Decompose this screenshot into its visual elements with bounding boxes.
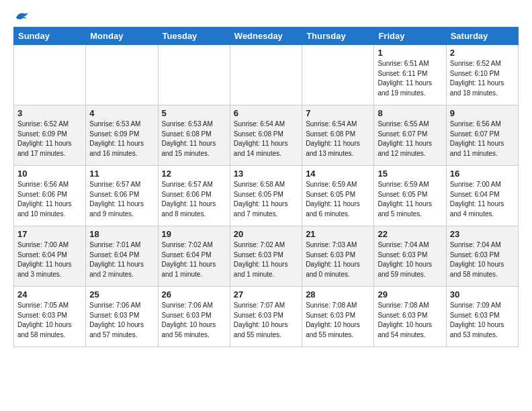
calendar-cell: 25Sunrise: 7:06 AMSunset: 6:03 PMDayligh… [86, 287, 158, 347]
calendar-cell: 30Sunrise: 7:09 AMSunset: 6:03 PMDayligh… [446, 287, 518, 347]
day-number: 4 [89, 108, 154, 118]
calendar-cell [14, 45, 86, 105]
day-number: 30 [450, 289, 515, 300]
day-number: 13 [234, 169, 298, 179]
calendar-cell: 26Sunrise: 7:06 AMSunset: 6:03 PMDayligh… [158, 287, 230, 347]
day-number: 22 [378, 229, 442, 239]
calendar-cell: 3Sunrise: 6:52 AMSunset: 6:09 PMDaylight… [14, 105, 86, 166]
day-number: 11 [89, 169, 154, 179]
weekday-header-monday: Monday [86, 28, 158, 45]
day-info: Sunrise: 7:03 AMSunset: 6:03 PMDaylight:… [306, 240, 370, 279]
day-info: Sunrise: 6:52 AMSunset: 6:10 PMDaylight:… [450, 59, 515, 98]
day-number: 12 [162, 169, 226, 179]
calendar-cell: 29Sunrise: 7:08 AMSunset: 6:03 PMDayligh… [374, 287, 446, 347]
day-number: 7 [306, 108, 370, 118]
day-info: Sunrise: 7:04 AMSunset: 6:03 PMDaylight:… [378, 240, 442, 279]
weekday-header-thursday: Thursday [302, 28, 374, 45]
calendar-cell: 7Sunrise: 6:54 AMSunset: 6:08 PMDaylight… [302, 105, 374, 166]
day-info: Sunrise: 7:01 AMSunset: 6:04 PMDaylight:… [89, 240, 154, 279]
day-number: 15 [378, 169, 442, 179]
day-number: 28 [306, 289, 370, 300]
calendar-cell: 17Sunrise: 7:00 AMSunset: 6:04 PMDayligh… [14, 226, 86, 287]
calendar-cell: 12Sunrise: 6:57 AMSunset: 6:06 PMDayligh… [158, 166, 230, 226]
calendar-cell: 11Sunrise: 6:57 AMSunset: 6:06 PMDayligh… [86, 166, 158, 226]
calendar-cell [158, 45, 230, 105]
day-info: Sunrise: 7:08 AMSunset: 6:03 PMDaylight:… [378, 301, 442, 340]
day-number: 5 [162, 108, 226, 118]
day-number: 20 [234, 229, 298, 239]
day-info: Sunrise: 6:54 AMSunset: 6:08 PMDaylight:… [306, 120, 370, 158]
day-number: 2 [450, 48, 515, 58]
day-number: 19 [162, 229, 226, 239]
day-info: Sunrise: 6:54 AMSunset: 6:08 PMDaylight:… [234, 120, 298, 158]
day-info: Sunrise: 7:02 AMSunset: 6:03 PMDaylight:… [234, 240, 298, 279]
day-info: Sunrise: 6:59 AMSunset: 6:05 PMDaylight:… [378, 180, 442, 219]
weekday-header-friday: Friday [374, 28, 446, 45]
page-header [13, 11, 519, 21]
calendar-cell [230, 45, 302, 105]
calendar-cell: 8Sunrise: 6:55 AMSunset: 6:07 PMDaylight… [374, 105, 446, 166]
logo [13, 11, 30, 21]
day-info: Sunrise: 6:57 AMSunset: 6:06 PMDaylight:… [162, 180, 226, 219]
calendar-cell: 16Sunrise: 7:00 AMSunset: 6:04 PMDayligh… [446, 166, 518, 226]
logo-bird-icon [15, 11, 30, 24]
calendar-cell: 1Sunrise: 6:51 AMSunset: 6:11 PMDaylight… [374, 45, 446, 105]
calendar-cell: 19Sunrise: 7:02 AMSunset: 6:04 PMDayligh… [158, 226, 230, 287]
calendar-cell [302, 45, 374, 105]
day-number: 24 [17, 289, 82, 300]
day-number: 23 [450, 229, 515, 239]
calendar-week-row: 17Sunrise: 7:00 AMSunset: 6:04 PMDayligh… [14, 226, 519, 287]
day-info: Sunrise: 6:57 AMSunset: 6:06 PMDaylight:… [89, 180, 154, 219]
day-info: Sunrise: 6:56 AMSunset: 6:06 PMDaylight:… [17, 180, 82, 219]
day-number: 21 [306, 229, 370, 239]
calendar-cell: 9Sunrise: 6:56 AMSunset: 6:07 PMDaylight… [446, 105, 518, 166]
calendar-cell: 27Sunrise: 7:07 AMSunset: 6:03 PMDayligh… [230, 287, 302, 347]
weekday-header-sunday: Sunday [14, 28, 86, 45]
weekday-header-tuesday: Tuesday [158, 28, 230, 45]
day-info: Sunrise: 6:51 AMSunset: 6:11 PMDaylight:… [378, 59, 442, 98]
weekday-header-wednesday: Wednesday [230, 28, 302, 45]
day-info: Sunrise: 7:09 AMSunset: 6:03 PMDaylight:… [450, 301, 515, 340]
calendar-cell: 23Sunrise: 7:04 AMSunset: 6:03 PMDayligh… [446, 226, 518, 287]
calendar-cell: 4Sunrise: 6:53 AMSunset: 6:09 PMDaylight… [86, 105, 158, 166]
calendar-cell: 13Sunrise: 6:58 AMSunset: 6:05 PMDayligh… [230, 166, 302, 226]
day-number: 8 [378, 108, 442, 118]
day-info: Sunrise: 7:00 AMSunset: 6:04 PMDaylight:… [450, 180, 515, 219]
day-info: Sunrise: 7:00 AMSunset: 6:04 PMDaylight:… [17, 240, 82, 279]
calendar-cell: 5Sunrise: 6:53 AMSunset: 6:08 PMDaylight… [158, 105, 230, 166]
day-number: 14 [306, 169, 370, 179]
day-number: 26 [162, 289, 226, 300]
calendar-table: SundayMondayTuesdayWednesdayThursdayFrid… [13, 27, 519, 347]
day-info: Sunrise: 7:02 AMSunset: 6:04 PMDaylight:… [162, 240, 226, 279]
day-info: Sunrise: 6:59 AMSunset: 6:05 PMDaylight:… [306, 180, 370, 219]
calendar-cell: 21Sunrise: 7:03 AMSunset: 6:03 PMDayligh… [302, 226, 374, 287]
day-number: 17 [17, 229, 82, 239]
calendar-header-row: SundayMondayTuesdayWednesdayThursdayFrid… [14, 28, 519, 45]
day-number: 1 [378, 48, 442, 58]
day-info: Sunrise: 6:56 AMSunset: 6:07 PMDaylight:… [450, 120, 515, 158]
day-info: Sunrise: 7:05 AMSunset: 6:03 PMDaylight:… [17, 301, 82, 340]
day-info: Sunrise: 7:04 AMSunset: 6:03 PMDaylight:… [450, 240, 515, 279]
calendar-cell: 28Sunrise: 7:08 AMSunset: 6:03 PMDayligh… [302, 287, 374, 347]
day-info: Sunrise: 6:55 AMSunset: 6:07 PMDaylight:… [378, 120, 442, 158]
day-info: Sunrise: 6:58 AMSunset: 6:05 PMDaylight:… [234, 180, 298, 219]
day-number: 16 [450, 169, 515, 179]
day-info: Sunrise: 6:52 AMSunset: 6:09 PMDaylight:… [17, 120, 82, 158]
calendar-week-row: 3Sunrise: 6:52 AMSunset: 6:09 PMDaylight… [14, 105, 519, 166]
calendar-cell: 14Sunrise: 6:59 AMSunset: 6:05 PMDayligh… [302, 166, 374, 226]
weekday-header-saturday: Saturday [446, 28, 518, 45]
calendar-cell: 18Sunrise: 7:01 AMSunset: 6:04 PMDayligh… [86, 226, 158, 287]
calendar-cell [86, 45, 158, 105]
calendar-week-row: 1Sunrise: 6:51 AMSunset: 6:11 PMDaylight… [14, 45, 519, 105]
calendar-cell: 24Sunrise: 7:05 AMSunset: 6:03 PMDayligh… [14, 287, 86, 347]
day-number: 6 [234, 108, 298, 118]
calendar-cell: 6Sunrise: 6:54 AMSunset: 6:08 PMDaylight… [230, 105, 302, 166]
day-info: Sunrise: 7:06 AMSunset: 6:03 PMDaylight:… [162, 301, 226, 340]
calendar-cell: 10Sunrise: 6:56 AMSunset: 6:06 PMDayligh… [14, 166, 86, 226]
day-number: 29 [378, 289, 442, 300]
calendar-week-row: 24Sunrise: 7:05 AMSunset: 6:03 PMDayligh… [14, 287, 519, 347]
day-info: Sunrise: 7:07 AMSunset: 6:03 PMDaylight:… [234, 301, 298, 340]
calendar-page: SundayMondayTuesdayWednesdayThursdayFrid… [0, 0, 532, 354]
calendar-cell: 20Sunrise: 7:02 AMSunset: 6:03 PMDayligh… [230, 226, 302, 287]
day-number: 25 [89, 289, 154, 300]
